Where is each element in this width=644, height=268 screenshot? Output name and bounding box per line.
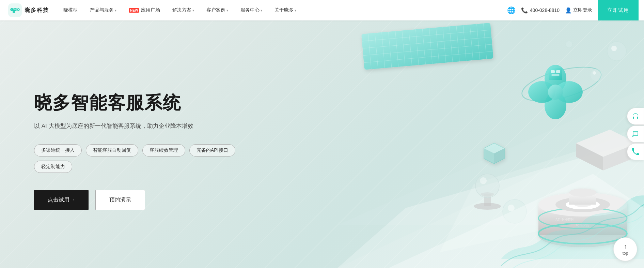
svg-marker-45: [484, 148, 494, 164]
phone-icon: 📞: [521, 7, 528, 14]
logo[interactable]: 晓多科技: [0, 3, 57, 17]
svg-marker-9: [440, 130, 644, 252]
svg-rect-40: [551, 70, 555, 73]
hero-buttons: 点击试用→ 预约演示: [34, 190, 238, 210]
hero-tags: 多渠道统一接入 智能客服自动回复 客服绩效管理 完备的API接口 轻定制能力: [34, 144, 238, 173]
svg-line-32: [364, 51, 493, 63]
up-arrow-icon: ↑: [624, 243, 627, 250]
tag-multichannel: 多渠道统一接入: [34, 144, 82, 157]
svg-line-25: [463, 25, 466, 61]
tag-performance: 客服绩效管理: [142, 144, 185, 157]
svg-point-63: [569, 189, 596, 197]
svg-marker-46: [494, 148, 504, 164]
user-icon: 👤: [565, 7, 572, 14]
svg-point-67: [475, 174, 499, 198]
svg-line-21: [436, 28, 439, 63]
nav-item-about[interactable]: 关于晓多 ▾: [268, 0, 302, 20]
phone-number: 📞 400-028-8810: [521, 7, 560, 14]
svg-line-24: [456, 26, 459, 62]
nav-item-products[interactable]: 产品与服务 ▾: [84, 0, 123, 20]
svg-line-18: [415, 29, 419, 65]
hero-section: 晓多智能客服系统 以 AI 大模型为底座的新一代智能客服系统，助力企业降本增效 …: [0, 20, 644, 268]
top-label: top: [623, 251, 628, 256]
nav-item-appstore[interactable]: NEW 应用广场: [123, 0, 166, 20]
svg-line-27: [477, 24, 480, 60]
svg-point-55: [555, 197, 610, 212]
nav-item-solutions[interactable]: 解决方案 ▾: [166, 0, 200, 20]
globe-icon[interactable]: 🌐: [507, 6, 516, 14]
logo-text: 晓多科技: [25, 7, 49, 14]
new-badge: NEW: [129, 8, 139, 13]
try-button[interactable]: 点击试用→: [34, 190, 89, 210]
top-button[interactable]: ↑ top: [613, 237, 637, 261]
svg-marker-6: [337, 123, 644, 268]
svg-point-73: [566, 41, 572, 48]
svg-line-28: [484, 24, 487, 59]
svg-rect-10: [361, 23, 493, 70]
chat-button[interactable]: [627, 125, 644, 143]
nav-item-service[interactable]: 服务中心 ▾: [234, 0, 268, 20]
svg-line-13: [382, 32, 385, 68]
svg-marker-43: [484, 143, 504, 164]
svg-rect-42: [551, 74, 560, 76]
svg-line-15: [395, 31, 398, 67]
svg-rect-39: [549, 68, 562, 80]
svg-line-16: [402, 31, 405, 66]
svg-point-35: [545, 92, 566, 119]
svg-point-58: [538, 223, 627, 244]
svg-line-26: [470, 25, 473, 60]
svg-point-51: [538, 223, 627, 247]
chevron-down-icon: ▾: [226, 9, 228, 12]
phone-button[interactable]: [627, 143, 644, 160]
svg-point-64: [474, 203, 501, 210]
svg-point-74: [503, 199, 527, 223]
logo-icon: [8, 3, 22, 17]
svg-marker-8: [337, 140, 644, 268]
demo-button[interactable]: 预约演示: [95, 190, 145, 210]
svg-line-22: [443, 27, 446, 63]
svg-rect-41: [556, 70, 560, 73]
svg-point-37: [555, 81, 583, 103]
chevron-down-icon: ▾: [192, 9, 194, 12]
hero-illustration: AI·MMMMM 智能客服: [337, 20, 644, 268]
svg-marker-48: [576, 143, 603, 170]
svg-point-61: [569, 189, 596, 197]
svg-marker-76: [389, 174, 644, 268]
svg-point-56: [566, 200, 600, 209]
svg-marker-44: [484, 143, 504, 153]
svg-line-20: [429, 28, 432, 64]
tag-customization: 轻定制能力: [34, 161, 72, 173]
chevron-down-icon: ▾: [261, 9, 262, 12]
try-now-button[interactable]: 立即试用: [598, 0, 639, 20]
svg-line-12: [375, 33, 378, 69]
svg-point-75: [508, 205, 515, 211]
login-button[interactable]: 👤 立即登录: [565, 7, 592, 14]
svg-text:智能客服: 智能客服: [576, 224, 590, 227]
hero-title: 晓多智能客服系统: [34, 92, 238, 113]
svg-point-66: [481, 192, 494, 196]
svg-line-14: [389, 32, 392, 68]
hero-content: 晓多智能客服系统 以 AI 大模型为底座的新一代智能客服系统，助力企业降本增效 …: [0, 78, 238, 210]
svg-rect-65: [484, 194, 491, 206]
chevron-down-icon: ▾: [295, 9, 296, 12]
headset-button[interactable]: [627, 108, 644, 125]
svg-point-53: [538, 193, 627, 217]
svg-point-57: [574, 202, 591, 207]
svg-point-5: [17, 9, 19, 11]
svg-marker-7: [337, 89, 644, 225]
svg-point-72: [593, 71, 596, 75]
navbar: 晓多科技 晓模型 产品与服务 ▾ NEW 应用广场 解决方案 ▾ 客户案例 ▾ …: [0, 0, 644, 20]
nav-item-xiaomo[interactable]: 晓模型: [57, 0, 84, 20]
nav-item-cases[interactable]: 客户案例 ▾: [200, 0, 234, 20]
svg-line-11: [368, 33, 371, 69]
svg-rect-62: [569, 193, 596, 205]
svg-point-68: [480, 177, 487, 184]
svg-rect-52: [538, 205, 627, 235]
hero-subtitle: 以 AI 大模型为底座的新一代智能客服系统，助力企业降本增效: [34, 121, 238, 131]
svg-point-33: [519, 60, 605, 108]
svg-line-19: [422, 29, 425, 64]
svg-point-54: [538, 208, 627, 228]
svg-point-71: [590, 69, 602, 81]
chevron-down-icon: ▾: [115, 9, 116, 12]
svg-point-34: [545, 65, 566, 92]
